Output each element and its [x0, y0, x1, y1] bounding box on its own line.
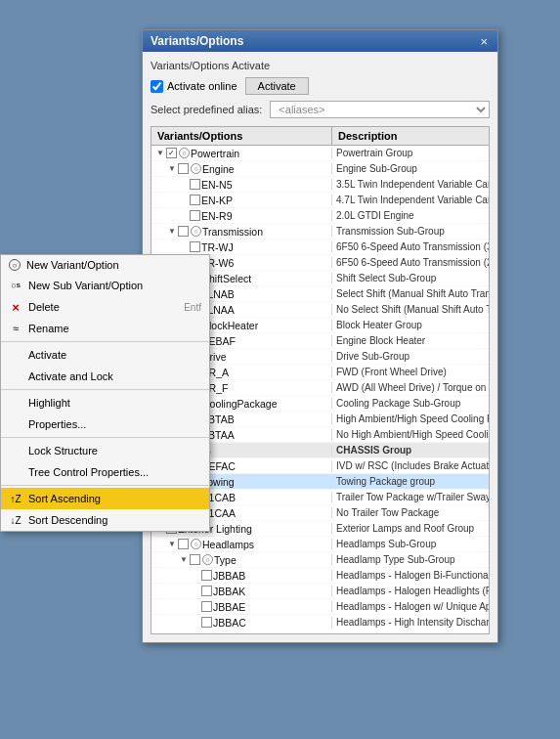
tree-cell-desc: Trailer Tow Package w/Trailer Sway: [332, 492, 489, 502]
checkbox-icon[interactable]: [201, 586, 212, 596]
tree-cell-desc: Headlamps - Halogen Bi-Functional P: [332, 570, 489, 581]
table-row[interactable]: JBBAK Headlamps - Halogen Headlights (Fo…: [151, 584, 489, 599]
tree-label: EN-KP: [201, 195, 233, 206]
tree-cell-desc: Shift Select Sub-Group: [332, 273, 489, 283]
checkbox-icon[interactable]: [201, 601, 212, 612]
alias-select[interactable]: <aliases>: [270, 101, 490, 118]
checkbox-icon[interactable]: [201, 570, 212, 581]
ctx-rename-label: Rename: [28, 323, 69, 334]
tree-cell-desc: No Select Shift (Manual Shift Auto Tr: [332, 304, 489, 315]
table-row[interactable]: ▼ ○ Type Headlamp Type Sub-Group: [151, 552, 489, 568]
tree-cell-desc: Cooling Package Sub-Group: [332, 398, 489, 409]
tree-cell-name: ▼ ○ Engine: [151, 163, 332, 175]
tree-cell-desc: Exterior Lamps and Roof Group: [332, 523, 489, 534]
checkbox-icon[interactable]: [166, 148, 177, 158]
dialog-subtitle: Variants/Options Activate: [151, 60, 490, 71]
table-row[interactable]: EN-R9 2.0L GTDI Engine: [151, 208, 489, 224]
table-row[interactable]: TR-WJ 6F50 6-Speed Auto Transmission (3.…: [151, 239, 489, 255]
activate-button[interactable]: Activate: [245, 77, 309, 95]
table-row[interactable]: ▼ ○ Engine Engine Sub-Group: [151, 161, 489, 177]
tree-label: EN-N5: [201, 179, 233, 191]
tree-props-icon: [9, 465, 22, 479]
expand-icon[interactable]: ▼: [167, 540, 177, 549]
table-row[interactable]: JBBAC Headlamps - High Intensity Dischar…: [151, 615, 489, 629]
ctx-rename[interactable]: ≈ Rename: [1, 318, 209, 339]
tree-cell-desc: AWD (All Wheel Drive) / Torque on D: [332, 382, 489, 393]
expand-icon[interactable]: ▼: [179, 555, 189, 565]
ctx-activate-lock-label: Activate and Lock: [28, 370, 113, 382]
tree-cell-desc: Select Shift (Manual Shift Auto Trans: [332, 288, 489, 299]
ctx-separator-3: [1, 437, 209, 438]
table-row[interactable]: JBBAB Headlamps - Halogen Bi-Functional …: [151, 568, 489, 584]
tree-cell-desc: FWD (Front Wheel Drive): [332, 367, 489, 377]
ctx-delete[interactable]: × Delete Entf: [1, 296, 209, 318]
tree-cell-desc: 4.7L Twin Independent Variable Cam: [332, 195, 489, 205]
ctx-activate-label: Activate: [28, 349, 66, 361]
expand-icon[interactable]: ▼: [155, 149, 165, 158]
tree-cell-name: JBBAK: [151, 586, 332, 597]
expand-icon[interactable]: ▼: [167, 227, 177, 237]
table-row[interactable]: ▼ ○ Powertrain Powertrain Group: [151, 146, 489, 161]
sort-asc-icon: ↑Z: [9, 492, 22, 505]
checkbox-icon[interactable]: [178, 163, 189, 174]
ctx-lock-structure[interactable]: Lock Structure: [1, 440, 209, 461]
ctx-activate-lock[interactable]: Activate and Lock: [1, 366, 209, 387]
ctx-sort-asc-label: Sort Ascending: [28, 493, 101, 504]
highlight-icon: [9, 396, 22, 410]
checkbox-icon[interactable]: [178, 226, 189, 237]
tree-cell-desc: 6F50 6-Speed Auto Transmission (3.5: [332, 241, 489, 252]
rename-icon: ≈: [9, 322, 22, 335]
ctx-sort-ascending[interactable]: ↑Z Sort Ascending: [1, 488, 209, 509]
ctx-sort-descending[interactable]: ↓Z Sort Descending: [1, 509, 209, 531]
ctx-tree-control-props[interactable]: Tree Control Properties...: [1, 461, 209, 483]
tree-label: Type: [214, 554, 237, 566]
checkbox-icon[interactable]: [201, 617, 212, 628]
table-row[interactable]: EN-KP 4.7L Twin Independent Variable Cam: [151, 193, 489, 208]
activate-lock-icon: [9, 370, 22, 383]
checkbox-icon[interactable]: [178, 539, 189, 549]
ctx-separator-2: [1, 389, 209, 390]
expand-icon: [191, 587, 200, 596]
tree-cell-desc: Block Heater Group: [332, 320, 489, 330]
tree-cell-desc: IVD w/ RSC (Includes Brake Actuate: [332, 460, 489, 471]
tree-cell-name: EN-N5: [151, 179, 332, 191]
table-row[interactable]: EN-N5 3.5L Twin Independent Variable Cam: [151, 177, 489, 193]
ctx-delete-shortcut: Entf: [184, 302, 201, 313]
checkbox-icon[interactable]: [190, 210, 200, 221]
expand-icon: [179, 211, 189, 221]
tree-cell-name: JBBAC: [151, 617, 332, 629]
expand-icon: [191, 618, 200, 628]
new-sub-variant-icon: ○S: [9, 279, 22, 292]
tree-label: JBBAB: [213, 570, 245, 582]
ctx-new-variant-option[interactable]: ○ New Variant/Option: [1, 255, 209, 275]
checkbox-icon[interactable]: [190, 554, 200, 565]
ctx-new-sub-variant-label: New Sub Variant/Option: [28, 280, 143, 291]
tree-cell-desc: Headlamps - High Intensity Discharge: [332, 617, 489, 628]
variant-icon: ○: [191, 163, 201, 174]
activate-online-label[interactable]: Activate online: [151, 80, 237, 93]
ctx-new-variant-label: New Variant/Option: [26, 259, 119, 271]
tree-cell-desc: Towing Package group: [332, 476, 489, 487]
activate-online-checkbox[interactable]: [151, 80, 163, 93]
ctx-new-sub-variant-option[interactable]: ○S New Sub Variant/Option: [1, 275, 209, 296]
expand-icon[interactable]: ▼: [167, 164, 177, 174]
table-row[interactable]: ▼ ○ Headlamps Headlamps Sub-Group: [151, 537, 489, 552]
tree-label: Powertrain: [191, 148, 239, 159]
alias-row: Select predefined alias: <aliases>: [151, 101, 490, 118]
tree-cell-name: JBBAE: [151, 601, 332, 613]
table-row[interactable]: ▼ ○ Transmission Transmission Sub-Group: [151, 224, 489, 239]
dialog-title: Variants/Options: [151, 34, 243, 48]
ctx-properties[interactable]: Properties...: [1, 413, 209, 435]
checkbox-icon[interactable]: [190, 179, 200, 190]
table-row[interactable]: JBBAE Headlamps - Halogen w/ Unique App: [151, 599, 489, 615]
ctx-activate[interactable]: Activate: [1, 344, 209, 366]
ctx-highlight[interactable]: Highlight: [1, 392, 209, 413]
checkbox-icon[interactable]: [190, 241, 200, 252]
tree-label: Headlamps: [202, 539, 254, 550]
alias-label: Select predefined alias:: [151, 104, 262, 115]
checkbox-icon[interactable]: [190, 195, 200, 205]
tree-label: JBBAE: [213, 601, 245, 613]
tree-cell-desc: Headlamps Sub-Group: [332, 539, 489, 549]
close-button[interactable]: ×: [478, 35, 490, 48]
properties-icon: [9, 417, 22, 431]
